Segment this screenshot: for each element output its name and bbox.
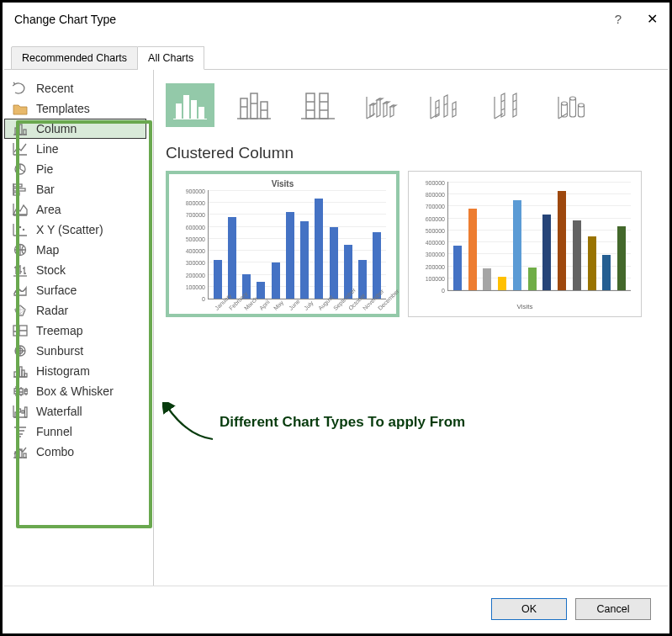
svg-rect-5 — [13, 188, 25, 191]
subtype-option-6[interactable] — [549, 83, 598, 127]
svg-rect-21 — [19, 409, 21, 412]
column-icon — [13, 122, 28, 135]
sidebar-item-scatter[interactable]: X Y (Scatter) — [4, 220, 153, 240]
svg-point-41 — [579, 103, 585, 107]
svg-rect-28 — [183, 95, 189, 119]
svg-rect-30 — [198, 107, 204, 119]
svg-rect-19 — [24, 374, 27, 377]
svg-rect-0 — [15, 128, 18, 135]
sidebar-item-column[interactable]: Column — [4, 119, 146, 139]
sidebar-item-pie[interactable]: Pie — [4, 159, 153, 179]
sidebar-item-label: Line — [36, 142, 58, 156]
sidebar-item-label: Sunburst — [36, 344, 83, 358]
subtype-option-2[interactable] — [294, 83, 342, 127]
tab-recommended[interactable]: Recommended Charts — [11, 46, 138, 70]
subtype-option-3[interactable] — [357, 83, 406, 127]
sidebar-item-label: Combo — [36, 445, 74, 458]
templates-icon — [13, 102, 28, 115]
box-icon — [13, 384, 28, 398]
sidebar-item-label: Box & Whisker — [36, 384, 114, 398]
sidebar-item-label: Bar — [36, 183, 55, 196]
sidebar-item-templates[interactable]: Templates — [4, 98, 153, 119]
svg-rect-33 — [251, 93, 257, 119]
svg-rect-22 — [22, 411, 24, 413]
scatter-icon — [13, 223, 28, 236]
sidebar-item-sunburst[interactable]: Sunburst — [4, 341, 153, 361]
close-button[interactable]: ✕ — [647, 11, 658, 27]
recent-icon — [13, 82, 28, 95]
svg-rect-20 — [15, 412, 18, 417]
radar-icon — [13, 304, 28, 317]
sidebar-item-line[interactable]: Line — [4, 139, 153, 159]
sidebar-item-surface[interactable]: Surface — [4, 280, 153, 300]
svg-rect-32 — [241, 98, 247, 119]
waterfall-icon — [13, 405, 28, 418]
sidebar-item-label: X Y (Scatter) — [36, 223, 103, 236]
annotation-callout: Different Chart Types To apply From — [162, 402, 465, 443]
pie-icon — [13, 162, 28, 176]
sidebar-item-label: Treemap — [36, 324, 83, 337]
sidebar-item-bar[interactable]: Bar — [4, 179, 153, 199]
svg-rect-31 — [173, 119, 207, 119]
svg-rect-29 — [191, 100, 197, 119]
svg-rect-26 — [24, 453, 26, 458]
area-icon — [13, 203, 28, 216]
main-panel: Clustered Column Visits90000080000070000… — [154, 70, 668, 586]
stock-icon — [13, 263, 28, 277]
sidebar-item-recent[interactable]: Recent — [4, 78, 153, 98]
annotation-text: Different Chart Types To apply From — [220, 414, 465, 431]
sunburst-icon — [13, 344, 28, 358]
sidebar-item-label: Pie — [36, 162, 53, 176]
subtype-option-4[interactable] — [421, 83, 470, 127]
change-chart-type-dialog: Change Chart Type ? ✕ Recommended Charts… — [4, 4, 668, 632]
sidebar-item-label: Map — [36, 243, 59, 257]
arrow-icon — [162, 402, 216, 443]
sidebar-item-label: Waterfall — [36, 405, 82, 418]
sidebar-item-label: Stock — [36, 263, 66, 277]
help-button[interactable]: ? — [615, 12, 622, 26]
sidebar-item-area[interactable]: Area — [4, 199, 153, 220]
chart-preview-1[interactable]: 9000008000007000006000005000004000003000… — [408, 171, 642, 317]
sidebar-item-waterfall[interactable]: Waterfall — [4, 401, 153, 421]
titlebar: Change Chart Type ? ✕ — [4, 4, 668, 34]
combo-icon — [13, 445, 28, 458]
subtype-row — [166, 83, 656, 127]
svg-rect-27 — [176, 103, 182, 119]
svg-rect-23 — [25, 407, 28, 417]
sidebar-item-label: Radar — [36, 304, 68, 317]
sidebar-item-funnel[interactable]: Funnel — [4, 421, 153, 442]
sidebar-item-label: Funnel — [36, 425, 72, 438]
sidebar-item-map[interactable]: Map — [4, 240, 153, 260]
preview-title: Clustered Column — [166, 144, 656, 162]
subtype-option-5[interactable] — [485, 83, 534, 127]
sidebar-item-box[interactable]: Box & Whisker — [4, 381, 153, 401]
svg-point-7 — [16, 231, 18, 232]
sidebar-item-label: Surface — [36, 284, 77, 297]
histogram-icon — [13, 364, 28, 378]
sidebar-item-treemap[interactable]: Treemap — [4, 321, 153, 341]
svg-point-10 — [18, 233, 19, 235]
sidebar-item-label: Column — [36, 122, 77, 135]
sidebar-item-stock[interactable]: Stock — [4, 260, 153, 280]
svg-point-9 — [23, 229, 24, 231]
sidebar-item-histogram[interactable]: Histogram — [4, 361, 153, 381]
sidebar-item-label: Templates — [36, 102, 90, 115]
tab-all-charts[interactable]: All Charts — [138, 46, 204, 70]
subtype-option-0[interactable] — [166, 83, 214, 127]
tab-row: Recommended Charts All Charts — [4, 45, 668, 69]
svg-point-8 — [19, 226, 21, 228]
ok-button[interactable]: OK — [491, 598, 567, 620]
sidebar-item-radar[interactable]: Radar — [4, 300, 153, 321]
subtype-option-1[interactable] — [230, 83, 278, 127]
surface-icon — [13, 284, 28, 297]
sidebar-item-combo[interactable]: Combo — [4, 442, 153, 462]
chart-preview-0[interactable]: Visits9000008000007000006000005000004000… — [166, 171, 399, 317]
svg-rect-36 — [306, 93, 315, 119]
sidebar-item-label: Histogram — [36, 364, 90, 378]
sidebar-item-label: Recent — [36, 82, 73, 95]
svg-rect-6 — [13, 193, 19, 195]
cancel-button[interactable]: Cancel — [575, 598, 651, 620]
svg-rect-4 — [13, 184, 22, 187]
svg-point-39 — [562, 102, 568, 105]
svg-point-40 — [570, 97, 576, 100]
